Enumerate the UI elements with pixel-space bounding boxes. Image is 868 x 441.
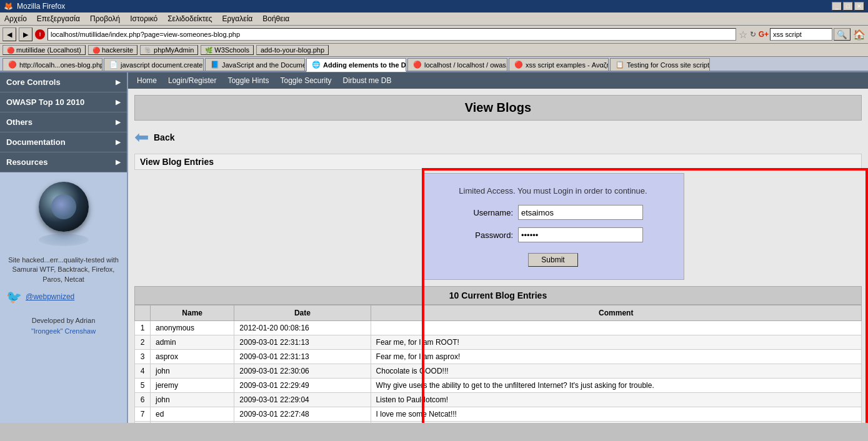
password-label: Password: (463, 230, 513, 240)
menu-bookmarks[interactable]: Σελιδοδείκτες (166, 14, 214, 24)
tab-2[interactable]: 📘 JavaScript and the Docume... ✕ (205, 58, 305, 71)
menu-help[interactable]: Βοήθεια (261, 14, 291, 24)
bookmark-add-to-blog[interactable]: add-to-your-blog.php (256, 45, 329, 55)
username-label: Username: (463, 208, 513, 217)
browser-window: 🦊 Mozilla Firefox _ □ ✕ Αρχείο Επεξεργασ… (0, 0, 868, 72)
login-message: Limited Access. You must Login in order … (441, 186, 665, 196)
twitter-handle[interactable]: @webpwnized (26, 292, 74, 301)
footer-developed-by: Developed by Adrian (32, 317, 96, 324)
sidebar-item-documentation[interactable]: Documentation ▶ (0, 132, 127, 152)
col-header-comment: Comment (371, 305, 861, 321)
cell-date-7: 2009-03-01 22:27:11 (234, 422, 371, 424)
minimize-button[interactable]: _ (832, 2, 842, 11)
sidebar-item-others[interactable]: Others ▶ (0, 112, 127, 132)
submit-button[interactable]: Submit (528, 253, 577, 267)
sidebar-arrow-0: ▶ (116, 79, 121, 86)
cell-name-1: admin (151, 335, 234, 350)
bookmark-w3schools[interactable]: 🌿 W3Schools (201, 45, 254, 55)
blog-table-section: 10 Current Blog Entries Name Date Commen… (134, 286, 862, 423)
search-bar: G+ 🔍 (759, 28, 851, 41)
tab-4[interactable]: 🔴 localhost / localhost / owas... ✕ (407, 58, 507, 71)
sidebar-item-owasp[interactable]: OWASP Top 10 2010 ▶ (0, 92, 127, 112)
tab-6[interactable]: 📋 Testing for Cross site scripti... ✕ (610, 58, 710, 71)
table-row: 7 ed 2009-03-01 22:27:48 I love me some … (135, 407, 862, 422)
site-nav-home[interactable]: Home (134, 75, 159, 86)
cell-name-2: asprox (151, 350, 234, 364)
sidebar-logo (0, 172, 127, 255)
username-field-row: Username: (441, 205, 665, 220)
footer-irongeek-link[interactable]: "Irongeek" Crenshaw (31, 327, 96, 335)
maximize-button[interactable]: □ (843, 2, 853, 11)
menu-bar: Αρχείο Επεξεργασία Προβολή Ιστορικό Σελι… (0, 12, 868, 26)
table-row: 1 anonymous 2012-01-20 00:08:16 (135, 321, 862, 335)
table-row: 8 anonymous 2009-03-01 22:27:11 An anony… (135, 422, 862, 424)
page-title: View Blogs (465, 101, 531, 114)
table-row: 2 admin 2009-03-01 22:31:13 Fear me, for… (135, 335, 862, 350)
blog-table-body: 1 anonymous 2012-01-20 00:08:16 2 admin … (135, 321, 862, 424)
address-input[interactable] (47, 28, 736, 41)
security-icon: ! (35, 29, 45, 39)
back-label[interactable]: Back (154, 132, 174, 142)
site-nav-toggle-security[interactable]: Toggle Security (277, 75, 334, 86)
cell-num-2: 3 (135, 350, 151, 364)
tab-icon-0: 🔴 (8, 61, 17, 69)
bookmark-icon-1: 🔴 (92, 47, 100, 54)
refresh-button[interactable]: ↻ (750, 30, 756, 39)
logo-inner-sphere (51, 194, 76, 219)
menu-history[interactable]: Ιστορικό (128, 14, 159, 24)
menu-view[interactable]: Προβολή (88, 14, 122, 24)
close-button[interactable]: ✕ (854, 2, 864, 11)
content-area: Core Controls ▶ OWASP Top 10 2010 ▶ Othe… (0, 72, 868, 423)
back-arrow-icon[interactable]: ⬅ (134, 127, 149, 147)
search-input[interactable] (770, 28, 832, 41)
cell-comment-0 (371, 321, 861, 335)
col-header-num (135, 305, 151, 321)
cell-date-2: 2009-03-01 22:31:13 (234, 350, 371, 364)
password-input[interactable] (518, 227, 643, 242)
logo-sphere (39, 182, 89, 232)
site-nav-login[interactable]: Login/Register (166, 75, 219, 86)
sidebar-item-resources[interactable]: Resources ▶ (0, 152, 127, 172)
tab-icon-1: 📄 (109, 61, 118, 69)
tabs-bar: 🔴 http://localh...ones-blog.php ✕ 📄 java… (0, 57, 868, 72)
search-engine-icon: G+ (759, 30, 769, 39)
cell-name-5: john (151, 393, 234, 407)
menu-file[interactable]: Αρχείο (2, 14, 29, 24)
cell-comment-5: Listen to Pauldotcom! (371, 393, 861, 407)
bookmark-phpmyadmin[interactable]: 🐘 phpMyAdmin (140, 45, 198, 55)
bookmark-hackersite[interactable]: 🔴 hackersite (88, 45, 137, 55)
cell-name-7: anonymous (151, 422, 234, 424)
cell-name-6: ed (151, 407, 234, 422)
bookmark-star-icon[interactable]: ☆ (739, 29, 747, 41)
logo-reflection (39, 234, 89, 246)
tab-3[interactable]: 🌐 Adding elements to the DOM ✕ (306, 58, 406, 72)
tab-0[interactable]: 🔴 http://localh...ones-blog.php ✕ (2, 58, 102, 71)
sidebar-arrow-4: ▶ (116, 159, 121, 166)
search-button[interactable]: 🔍 (834, 28, 851, 41)
tab-1[interactable]: 📄 javascript document.create... ✕ (104, 58, 204, 71)
menu-tools[interactable]: Εργαλεία (221, 14, 255, 24)
cell-date-0: 2012-01-20 00:08:16 (234, 321, 371, 335)
sidebar-item-core-controls[interactable]: Core Controls ▶ (0, 72, 127, 92)
cell-comment-1: Fear me, for I am ROOT! (371, 335, 861, 350)
tab-icon-2: 📘 (211, 61, 219, 69)
cell-comment-2: Fear me, for I am asprox! (371, 350, 861, 364)
site-nav-dirbust[interactable]: Dirbust me DB (341, 75, 394, 86)
forward-button[interactable]: ▶ (19, 27, 32, 41)
home-button[interactable]: 🏠 (853, 29, 866, 41)
cell-num-7: 8 (135, 422, 151, 424)
back-button[interactable]: ◀ (2, 27, 16, 41)
cell-comment-7: An anonymous blog? Huh? (371, 422, 861, 424)
main-panel: Home Login/Register Toggle Hints Toggle … (128, 72, 868, 423)
sidebar: Core Controls ▶ OWASP Top 10 2010 ▶ Othe… (0, 72, 128, 423)
tab-5[interactable]: 🔴 xss script examples - Αναζή... ✕ (509, 58, 609, 71)
cell-num-1: 2 (135, 335, 151, 350)
bookmark-icon-2: 🐘 (144, 47, 152, 54)
password-field-row: Password: (441, 227, 665, 242)
title-bar: 🦊 Mozilla Firefox _ □ ✕ (0, 0, 868, 12)
site-nav-toggle-hints[interactable]: Toggle Hints (225, 75, 271, 86)
menu-edit[interactable]: Επεξεργασία (35, 14, 82, 24)
cell-comment-3: Chocolate is GOOD!!! (371, 364, 861, 379)
bookmark-mutillidae[interactable]: 🔴 mutillidae (Localhost) (2, 45, 86, 55)
username-input[interactable] (518, 205, 643, 220)
